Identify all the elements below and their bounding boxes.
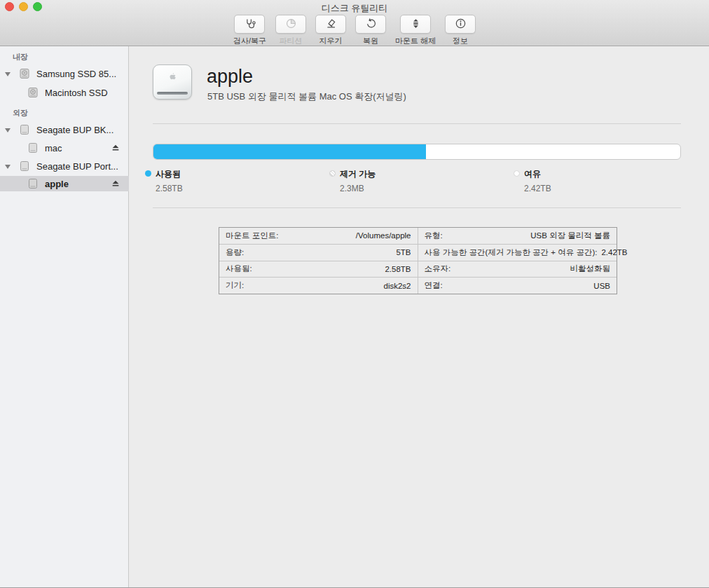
detail-row-available: 사용 가능한 공간(제거 가능한 공간 + 여유 공간): 2.42TB bbox=[418, 245, 617, 261]
sidebar-item-seagate-bk[interactable]: Seagate BUP BK... bbox=[0, 122, 129, 137]
sidebar-section-internal: 내장 bbox=[13, 52, 28, 62]
sidebar-item-label: Seagate BUP BK... bbox=[36, 125, 113, 135]
partition-icon bbox=[285, 18, 297, 32]
first-aid-icon bbox=[244, 18, 256, 32]
main-content: apple 5TB USB 외장 물리적 볼륨 Mac OS 확장(저널링) 사… bbox=[130, 46, 709, 588]
sidebar: 내장 Samsung SSD 85... bbox=[0, 46, 129, 588]
sidebar-item-apple[interactable]: apple bbox=[0, 176, 129, 191]
toolbar-label: 정보 bbox=[453, 36, 468, 46]
toolbar-label: 파티션 bbox=[280, 36, 303, 46]
toolbar-item-partition: 파티션 bbox=[275, 15, 306, 46]
restore-icon bbox=[365, 18, 377, 32]
usage-bar bbox=[153, 144, 681, 160]
used-swatch-icon bbox=[145, 170, 151, 177]
device-slot bbox=[157, 92, 188, 95]
usage-bar-fill bbox=[153, 144, 426, 159]
disclosure-triangle-icon[interactable] bbox=[5, 165, 11, 169]
divider bbox=[153, 207, 681, 208]
purgeable-swatch-icon bbox=[329, 170, 336, 177]
toolbar-label: 검사/복구 bbox=[233, 36, 266, 46]
disclosure-triangle-icon[interactable] bbox=[5, 128, 11, 132]
sidebar-item-macintosh-ssd[interactable]: Macintosh SSD bbox=[0, 85, 129, 100]
toolbar-item-info: 정보 bbox=[445, 15, 476, 46]
detail-row-used: 사용됨: 2.58TB bbox=[219, 261, 418, 278]
external-drive-icon bbox=[27, 142, 39, 156]
sidebar-item-label: Macintosh SSD bbox=[45, 88, 108, 98]
sidebar-item-label: mac bbox=[45, 143, 62, 153]
sidebar-section-external: 외장 bbox=[13, 108, 28, 118]
details-right-column: 유형: USB 외장 물리적 볼륨 사용 가능한 공간(제거 가능한 공간 + … bbox=[418, 228, 617, 294]
info-icon bbox=[455, 18, 467, 32]
external-drive-icon bbox=[19, 160, 30, 175]
unmount-icon bbox=[410, 18, 422, 32]
apple-logo-icon bbox=[168, 71, 177, 84]
disclosure-triangle-icon[interactable] bbox=[5, 72, 11, 76]
first-aid-button[interactable] bbox=[234, 15, 265, 34]
detail-row-connection: 연결: USB bbox=[418, 278, 617, 294]
external-drive-icon bbox=[27, 178, 39, 192]
legend-value-purgeable: 2.3MB bbox=[340, 184, 364, 193]
sidebar-item-label: Samsung SSD 85... bbox=[36, 69, 116, 79]
eject-icon[interactable] bbox=[111, 179, 121, 189]
erase-button[interactable] bbox=[315, 15, 346, 34]
volume-title: apple bbox=[207, 66, 253, 88]
window-title: 디스크 유틸리티 bbox=[0, 2, 709, 15]
volume-device-icon bbox=[153, 64, 192, 100]
sidebar-item-samsung-ssd[interactable]: Samsung SSD 85... bbox=[0, 66, 129, 81]
erase-icon bbox=[325, 18, 337, 32]
toolbar-label: 복원 bbox=[363, 36, 378, 46]
sidebar-item-label: apple bbox=[45, 179, 69, 189]
eject-icon[interactable] bbox=[111, 143, 121, 153]
toolbar-item-restore: 복원 bbox=[355, 15, 386, 46]
details-left-column: 마운트 포인트: /Volumes/apple 용량: 5TB 사용됨: 2.5… bbox=[219, 228, 418, 294]
divider bbox=[153, 123, 681, 124]
info-button[interactable] bbox=[445, 15, 476, 34]
toolbar-label: 지우기 bbox=[319, 36, 343, 46]
toolbar-label: 마운트 해제 bbox=[395, 36, 436, 46]
legend-label-free: 여유 bbox=[524, 168, 541, 180]
detail-row-type: 유형: USB 외장 물리적 볼륨 bbox=[418, 228, 617, 245]
internal-drive-icon bbox=[27, 87, 39, 101]
disk-utility-window: 디스크 유틸리티 검사/복구 bbox=[0, 0, 709, 588]
sidebar-item-seagate-port[interactable]: Seagate BUP Port... bbox=[0, 158, 129, 174]
partition-button bbox=[275, 15, 306, 34]
sidebar-item-mac[interactable]: mac bbox=[0, 140, 129, 156]
sidebar-item-label: Seagate BUP Port... bbox=[36, 161, 118, 172]
toolbar-item-unmount: 마운트 해제 bbox=[395, 15, 436, 46]
volume-details-table: 마운트 포인트: /Volumes/apple 용량: 5TB 사용됨: 2.5… bbox=[219, 227, 617, 294]
internal-drive-icon bbox=[19, 68, 30, 82]
detail-row-mount-point: 마운트 포인트: /Volumes/apple bbox=[219, 228, 418, 245]
legend-value-free: 2.42TB bbox=[524, 184, 551, 193]
detail-row-owner: 소유자: 비활성화됨 bbox=[418, 261, 617, 278]
volume-subtitle: 5TB USB 외장 물리적 볼륨 Mac OS 확장(저널링) bbox=[207, 90, 406, 103]
unmount-button[interactable] bbox=[400, 15, 431, 34]
external-drive-icon bbox=[19, 124, 30, 138]
detail-row-device: 기기: disk2s2 bbox=[219, 278, 418, 294]
toolbar-item-erase: 지우기 bbox=[315, 15, 346, 46]
free-swatch-icon bbox=[514, 170, 520, 177]
legend-label-used: 사용됨 bbox=[156, 168, 181, 180]
titlebar: 디스크 유틸리티 검사/복구 bbox=[0, 0, 709, 46]
legend-label-purgeable: 제거 가능 bbox=[340, 168, 376, 180]
legend-value-used: 2.58TB bbox=[156, 184, 183, 193]
toolbar-item-first-aid: 검사/복구 bbox=[233, 15, 266, 46]
detail-row-capacity: 용량: 5TB bbox=[219, 245, 418, 261]
toolbar: 검사/복구 파티션 bbox=[0, 15, 709, 46]
restore-button[interactable] bbox=[355, 15, 386, 34]
